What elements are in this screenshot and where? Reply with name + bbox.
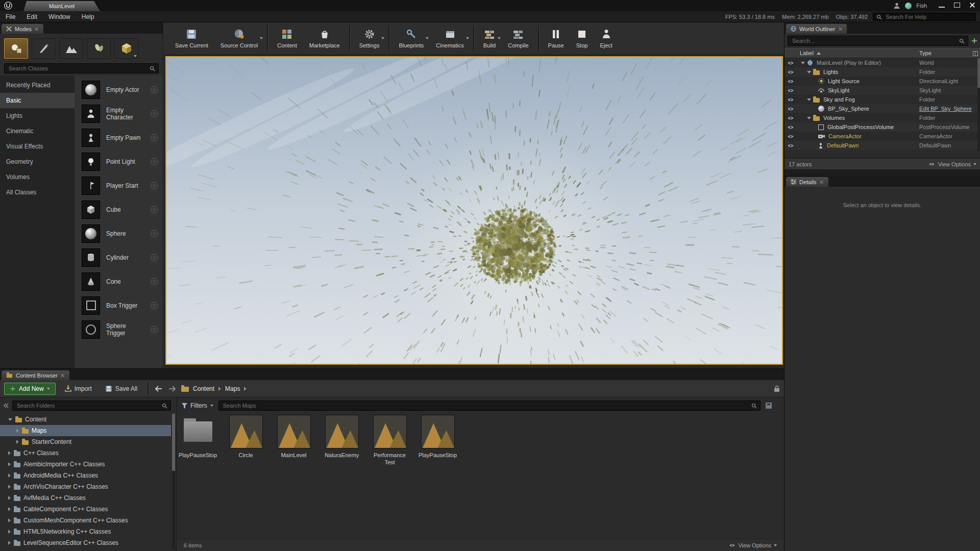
- category-volumes[interactable]: Volumes: [0, 169, 75, 185]
- tab-content-browser[interactable]: Content Browser: [2, 370, 69, 380]
- landscape-mode-button[interactable]: [59, 38, 83, 59]
- save-current-button[interactable]: Save Current: [169, 24, 214, 54]
- tree-item-startercontent[interactable]: StarterContent: [0, 436, 171, 447]
- outliner-row-skylight[interactable]: SkyLight SkyLight: [785, 86, 980, 95]
- outliner-view-options[interactable]: View Options: [928, 161, 976, 167]
- column-settings-icon[interactable]: [973, 51, 978, 56]
- tree-item-cpp-classes[interactable]: C++ Classes: [0, 447, 171, 459]
- grip-icon[interactable]: [151, 206, 158, 213]
- close-button[interactable]: [968, 2, 977, 9]
- category-basic[interactable]: Basic: [0, 93, 75, 108]
- maximize-button[interactable]: [952, 2, 962, 9]
- place-mode-button[interactable]: [4, 38, 28, 59]
- scrollbar-thumb[interactable]: [977, 58, 980, 88]
- profile-icon[interactable]: [893, 2, 900, 9]
- build-button[interactable]: Build: [477, 24, 502, 54]
- add-icon[interactable]: [971, 38, 977, 44]
- outliner-row-sky-and-fog[interactable]: Sky and Fog Folder: [785, 95, 980, 104]
- outliner-row-cameraactor[interactable]: CameraActor CameraActor: [785, 132, 980, 141]
- label-column-header[interactable]: Label: [800, 50, 814, 56]
- add-new-button[interactable]: Add New: [4, 383, 56, 395]
- menu-file[interactable]: File: [0, 13, 21, 20]
- foliage-mode-button[interactable]: [87, 38, 111, 59]
- eye-icon[interactable]: [787, 116, 794, 120]
- outliner-row-volumes[interactable]: Volumes Folder: [785, 113, 980, 122]
- placeable-sphere-trigger[interactable]: Sphere Trigger: [75, 317, 163, 341]
- grip-icon[interactable]: [151, 326, 158, 333]
- grip-icon[interactable]: [151, 134, 158, 141]
- grip-icon[interactable]: [151, 182, 158, 189]
- tree-item-html5networking[interactable]: HTML5Networking C++ Classes: [0, 526, 171, 537]
- asset-level-naturaenemy[interactable]: NaturaEnemy: [325, 415, 359, 459]
- asset-level-mainlevel[interactable]: MainLevel: [277, 415, 311, 459]
- eye-icon[interactable]: [787, 61, 794, 65]
- eye-icon[interactable]: [787, 125, 794, 130]
- stop-button[interactable]: Stop: [570, 24, 594, 54]
- marketplace-button[interactable]: Marketplace: [303, 24, 346, 54]
- grip-icon[interactable]: [151, 86, 158, 93]
- pause-button[interactable]: Pause: [542, 24, 570, 54]
- placeable-box-trigger[interactable]: Box Trigger: [75, 293, 163, 317]
- eye-icon[interactable]: [787, 79, 794, 84]
- outliner-row-bp-sky-sphere[interactable]: BP_Sky_Sphere Edit BP_Sky_Sphere: [785, 104, 980, 113]
- chevron-right-icon[interactable]: [218, 387, 221, 391]
- content-browser-view-options[interactable]: View Options: [729, 542, 777, 548]
- import-button[interactable]: Import: [61, 383, 96, 395]
- placeable-empty-character[interactable]: Empty Character: [75, 102, 163, 126]
- close-icon[interactable]: [35, 27, 39, 31]
- paint-mode-button[interactable]: [32, 38, 56, 59]
- forward-icon[interactable]: [168, 386, 176, 392]
- viewport[interactable]: [165, 56, 783, 365]
- breadcrumb-maps[interactable]: Maps: [225, 385, 240, 392]
- type-column-header[interactable]: Type: [919, 50, 932, 56]
- chevron-right-icon[interactable]: [244, 387, 247, 391]
- asset-level-circle[interactable]: Circle: [229, 415, 263, 459]
- tab-modes[interactable]: Modes: [2, 24, 43, 34]
- search-assets-input[interactable]: [222, 402, 749, 409]
- game-viewport-canvas[interactable]: [166, 57, 782, 364]
- save-search-icon[interactable]: [766, 403, 772, 409]
- tab-world-outliner[interactable]: World Outliner: [786, 24, 847, 34]
- outliner-row-defaultpawn[interactable]: DefaultPawn DefaultPawn: [785, 141, 980, 150]
- eye-icon[interactable]: [787, 143, 794, 148]
- menu-help[interactable]: Help: [76, 13, 100, 20]
- tree-item-content[interactable]: Content: [0, 414, 171, 425]
- placeable-empty-actor[interactable]: Empty Actor: [75, 78, 163, 102]
- search-folders-input[interactable]: [16, 402, 159, 409]
- close-icon[interactable]: [61, 373, 65, 378]
- tree-item-archvischaracter[interactable]: ArchVisCharacter C++ Classes: [0, 481, 171, 492]
- category-recently-placed[interactable]: Recently Placed: [0, 78, 75, 93]
- tree-scrollbar[interactable]: [172, 414, 175, 549]
- collapse-sources-icon[interactable]: [3, 403, 9, 409]
- category-all-classes[interactable]: All Classes: [0, 185, 75, 200]
- source-control-button[interactable]: Source Control: [214, 24, 264, 54]
- collapse-icon[interactable]: [8, 418, 12, 421]
- settings-button[interactable]: Settings: [353, 24, 386, 54]
- window-tab[interactable]: MainLevel: [23, 1, 100, 11]
- save-all-button[interactable]: Save All: [101, 383, 141, 395]
- back-icon[interactable]: [155, 386, 163, 392]
- expand-icon[interactable]: [8, 530, 11, 534]
- outliner-row-light-source[interactable]: Light Source DirectionalLight: [785, 77, 980, 86]
- compile-button[interactable]: Compile: [502, 24, 534, 54]
- close-icon[interactable]: [820, 180, 824, 184]
- tree-item-androidmedia[interactable]: AndroidMedia C++ Classes: [0, 470, 171, 481]
- collapse-icon[interactable]: [807, 117, 811, 119]
- eye-icon[interactable]: [787, 88, 794, 93]
- grip-icon[interactable]: [151, 278, 158, 285]
- outliner-row-lights[interactable]: Lights Folder: [785, 67, 980, 77]
- filters-button[interactable]: Filters: [182, 402, 213, 409]
- expand-icon[interactable]: [8, 541, 11, 545]
- expand-icon[interactable]: [8, 518, 11, 522]
- tab-details[interactable]: Details: [786, 177, 828, 187]
- expand-icon[interactable]: [8, 496, 11, 500]
- collapse-icon[interactable]: [801, 62, 805, 64]
- grip-icon[interactable]: [151, 230, 158, 237]
- geometry-mode-button[interactable]: [114, 38, 138, 59]
- outliner-row-mainlevel[interactable]: MainLevel (Play In Editor) World: [785, 58, 980, 67]
- content-button[interactable]: Content: [271, 24, 303, 54]
- minimize-button[interactable]: [937, 2, 946, 9]
- menu-window[interactable]: Window: [43, 13, 76, 20]
- placeable-cylinder[interactable]: Cylinder: [75, 245, 163, 269]
- expand-icon[interactable]: [8, 451, 11, 455]
